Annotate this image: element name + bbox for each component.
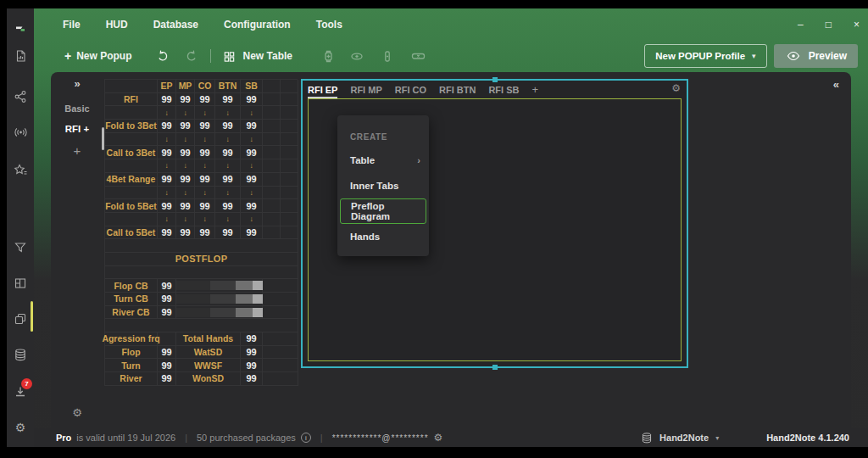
stat-value[interactable]: 99 [158,372,176,386]
stat-value[interactable]: 99 [158,199,176,213]
stat-label[interactable]: Fold to 3Bet [105,120,158,133]
stat-value[interactable]: 99 [195,199,215,213]
stat-value[interactable]: 99 [215,93,241,107]
stat-label[interactable]: Flop [105,346,158,360]
context-menu-item-table[interactable]: Table› [337,148,429,173]
layout-icon[interactable] [7,273,34,293]
nav-settings-icon[interactable]: ⚙ [51,406,103,419]
info-icon[interactable]: i [301,433,311,443]
popup-nav-item-basic[interactable]: Basic [51,103,103,114]
context-menu-item-inner-tabs[interactable]: Inner Tabs [337,173,429,198]
account-settings-icon[interactable]: ⚙ [434,432,443,444]
stat-value[interactable]: 99 [195,173,215,187]
editor-tab-rfi-ep[interactable]: RFI EP [308,85,337,95]
stat-value[interactable]: 99 [241,93,263,107]
watch-widget-icon[interactable] [320,47,337,64]
stat-label[interactable]: Total Hands [176,332,241,346]
minimize-button[interactable]: – [798,19,804,31]
stat-value[interactable]: 99 [241,332,263,346]
badge-widget-icon[interactable] [348,47,365,64]
stat-value[interactable]: 99 [176,120,195,133]
stat-label[interactable]: Agression frq [105,332,158,346]
vertical-panel-icon[interactable] [379,47,396,64]
popup-profile-dropdown[interactable]: New POPUP Profile ▾ [644,44,766,68]
stat-value[interactable]: 99 [158,146,176,159]
new-table-button[interactable]: New Table [221,47,292,64]
stat-label[interactable]: Fold to 5Bet [105,199,158,213]
stat-value[interactable]: 99 [158,120,176,133]
menu-hud[interactable]: HUD [106,19,128,31]
stat-value[interactable]: 99 [158,346,176,360]
editor-tab-rfi-sb[interactable]: RFI SB [488,85,519,95]
stat-value[interactable]: 99 [176,93,195,107]
stat-value[interactable]: 99 [241,372,263,386]
stat-value[interactable]: 99 [158,93,176,107]
stat-value[interactable]: 99 [195,120,215,133]
stat-value[interactable]: 99 [176,173,195,187]
stat-label[interactable]: 4Bet Range [105,173,158,187]
stat-value[interactable]: 99 [215,226,241,240]
editor-tab-rfi-btn[interactable]: RFI BTN [439,85,476,95]
stat-value[interactable]: 99 [158,359,176,372]
database-selector[interactable]: Hand2Note [659,433,709,443]
menu-tools[interactable]: Tools [316,19,342,31]
stat-label[interactable]: WWSF [176,359,241,372]
star-icon[interactable] [7,159,34,180]
stat-label[interactable]: Call to 5Bet [105,226,158,240]
stat-value[interactable]: 99 [215,199,241,213]
popup-nav-item-rfi-[interactable]: RFI + [51,124,103,134]
stat-label[interactable]: WatSD [176,346,241,360]
hand2note-logo-icon[interactable] [7,19,34,39]
preview-button[interactable]: Preview [774,44,858,68]
stat-value[interactable]: 99 [176,199,195,213]
selection-handle-bottom[interactable] [492,365,498,370]
stat-label[interactable]: Turn [105,359,158,372]
new-popup-button[interactable]: + New Popup [64,49,132,63]
stat-value[interactable] [158,332,176,346]
collapse-right-panel-button[interactable]: « [833,78,839,91]
menu-file[interactable]: File [63,19,81,31]
stat-value[interactable]: 99 [241,173,263,187]
filter-icon[interactable] [7,237,34,258]
stat-value[interactable]: 99 [195,93,215,107]
download-icon[interactable]: 7 [7,382,34,402]
stat-value[interactable]: 99 [195,146,215,159]
menu-configuration[interactable]: Configuration [224,19,291,31]
stat-value[interactable]: 99 [158,306,176,320]
stat-value[interactable]: 99 [176,146,195,159]
undo-icon[interactable] [154,47,171,64]
stat-value[interactable]: 99 [215,120,241,133]
stat-label[interactable]: WonSD [176,372,241,386]
broadcast-icon[interactable] [7,122,34,142]
stat-value[interactable]: 99 [195,226,215,240]
stat-value[interactable]: 99 [215,146,241,159]
stat-label[interactable]: River [105,372,158,386]
stat-value[interactable]: 99 [241,226,263,240]
stat-value[interactable]: 99 [176,226,195,240]
stat-value[interactable]: 99 [241,346,263,360]
context-menu-item-hands[interactable]: Hands [337,224,429,249]
redo-icon[interactable] [183,47,200,64]
add-tab-button[interactable]: + [531,83,538,96]
database-icon[interactable] [7,344,34,365]
stat-value[interactable]: 99 [158,279,176,293]
settings-icon[interactable]: ⚙ [7,417,34,438]
stat-label[interactable]: Flop CB [105,279,158,293]
stat-value[interactable]: 99 [241,199,263,213]
report-icon[interactable] [7,46,34,66]
stat-label[interactable]: Turn CB [105,293,158,306]
stat-value[interactable]: 99 [241,359,263,372]
stat-value[interactable]: 99 [241,120,263,133]
share-icon[interactable] [7,87,34,107]
stat-label[interactable]: Call to 3Bet [105,146,158,159]
stat-label[interactable]: River CB [105,306,158,320]
stat-label[interactable]: RFI [105,93,158,107]
stat-value[interactable]: 99 [158,226,176,240]
add-popup-button[interactable]: + [51,143,103,158]
stat-value[interactable]: 99 [215,173,241,187]
close-button[interactable]: × [854,19,860,31]
stat-value[interactable]: 99 [158,173,176,187]
stat-value[interactable]: 99 [241,146,263,159]
editor-tab-rfi-co[interactable]: RFI CO [395,85,426,95]
menu-database[interactable]: Database [153,19,198,31]
